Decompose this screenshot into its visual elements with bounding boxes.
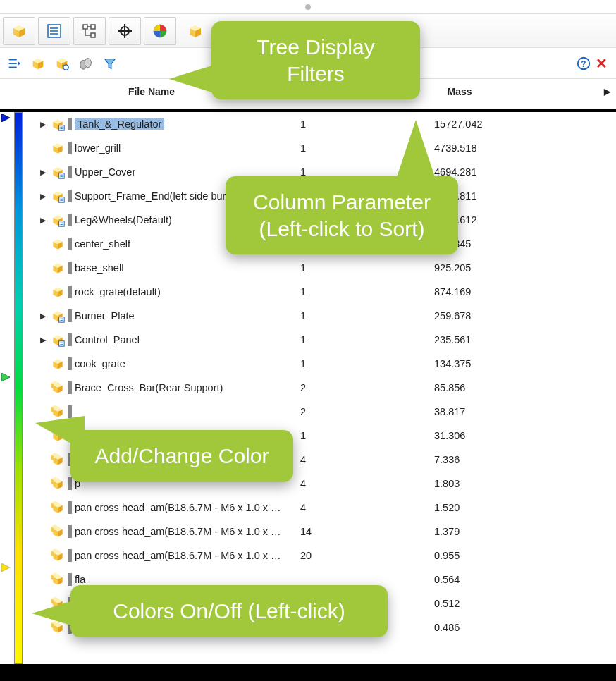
svg-rect-4 (83, 25, 87, 29)
row-mass: 85.856 (350, 382, 616, 393)
expand-icon[interactable]: ▶ (38, 120, 48, 129)
filter-indent-button[interactable] (3, 52, 25, 75)
row-mass: 7.336 (350, 454, 616, 465)
assembly-icon (48, 117, 68, 131)
row-count: 20 (286, 550, 350, 561)
close-icon[interactable]: ✕ (596, 55, 608, 72)
toolbar-target-button[interactable] (109, 17, 141, 45)
row-mass: 0.564 (350, 574, 616, 585)
filter-funnel-button[interactable] (99, 52, 121, 75)
callout-tree-filters-text: Tree Display Filters (257, 35, 374, 85)
part-icon (48, 261, 68, 275)
color-marker-bottom[interactable] (1, 563, 13, 572)
table-row[interactable]: pan cross head_am(B18.6.7M - M6 x 1.0 x … (24, 496, 616, 520)
svg-rect-34 (59, 317, 65, 323)
svg-text:?: ? (581, 59, 586, 68)
row-mass: 15727.042 (350, 118, 616, 130)
table-row[interactable]: ▶Burner_Plate1259.678 (24, 304, 616, 328)
table-row[interactable]: ▶Tank_&_Regulator115727.042 (24, 112, 616, 136)
row-mass: 0.512 (350, 598, 616, 609)
row-mass: 925.205 (350, 262, 616, 274)
color-tick-icon (68, 286, 72, 298)
help-icon[interactable]: ? (576, 56, 591, 71)
row-count: 4 (286, 502, 350, 513)
callout-column-sort-text: Column Parameter (Left-click to Sort) (253, 190, 431, 240)
toolbar-assembly-button[interactable] (3, 17, 35, 45)
toolbar-list-button[interactable] (38, 17, 70, 45)
table-row[interactable]: ▶Control_Panel1235.561 (24, 328, 616, 352)
table-row[interactable]: Brace_Cross_Bar(Rear Support)285.856 (24, 376, 616, 400)
svg-marker-21 (1, 563, 10, 572)
table-row[interactable]: rock_grate(default)1874.169 (24, 280, 616, 304)
assembly-icon (48, 189, 68, 203)
color-marker-top[interactable] (1, 114, 13, 122)
expand-icon[interactable]: ▶ (38, 336, 48, 345)
expand-icon[interactable]: ▶ (38, 216, 48, 225)
row-mass: 31.306 (350, 430, 616, 441)
assembly-icon (48, 309, 68, 323)
color-tick-icon (68, 549, 72, 562)
expand-icon[interactable]: ▶ (38, 168, 48, 177)
callout-colors-toggle: Colors On/Off (Left-click) (70, 585, 388, 637)
filter-part-button[interactable] (51, 52, 73, 75)
row-count: 14 (286, 526, 350, 537)
color-tick-icon (68, 214, 72, 226)
filter-assembly-button[interactable] (27, 52, 49, 75)
row-filename: fla (75, 574, 286, 585)
row-count: 1 (286, 118, 350, 130)
svg-rect-22 (59, 125, 65, 131)
table-row[interactable]: pan cross head_am(B18.6.7M - M6 x 1.0 x … (24, 544, 616, 568)
column-next-icon[interactable]: ▶ (604, 87, 610, 97)
color-marker-mid[interactable] (1, 373, 13, 381)
table-row[interactable]: pan cross head_am(B18.6.7M - M6 x 1.0 x … (24, 520, 616, 544)
part-icon (48, 381, 68, 395)
color-tick-icon (68, 118, 72, 130)
row-filename: base_shelf (75, 262, 286, 274)
row-filename: Brace_Cross_Bar(Rear Support) (75, 382, 286, 393)
svg-rect-25 (59, 173, 65, 179)
row-filename: pan cross head_am(B18.6.7M - M6 x 1.0 x … (75, 502, 286, 513)
svg-point-16 (85, 58, 91, 67)
expand-icon[interactable]: ▶ (38, 312, 48, 321)
svg-point-14 (63, 64, 68, 69)
row-filename: Control_Panel (75, 334, 286, 345)
row-mass: 1.803 (350, 478, 616, 489)
part-icon (48, 524, 68, 539)
color-tick-icon (68, 190, 72, 202)
color-gradient-strip[interactable] (0, 112, 24, 664)
row-count: 4 (286, 478, 350, 489)
part-icon (48, 548, 68, 563)
toolbar-assembly-extra-button[interactable] (179, 17, 211, 45)
filter-bodies-button[interactable] (75, 52, 97, 75)
part-icon (48, 141, 68, 155)
row-filename: pan cross head_am(B18.6.7M - M6 x 1.0 x … (75, 550, 286, 561)
color-tick-icon (68, 238, 72, 250)
toolbar-appearance-button[interactable] (144, 17, 176, 45)
color-tick-icon (68, 142, 72, 154)
color-tick-icon (68, 525, 72, 538)
table-row[interactable]: base_shelf1925.205 (24, 256, 616, 280)
panel-grip[interactable] (0, 0, 616, 14)
table-row[interactable]: 238.817 (24, 400, 616, 424)
part-icon (48, 572, 68, 587)
callout-add-color-text: Add/Change Color (95, 444, 269, 467)
row-mass: 235.561 (350, 334, 616, 345)
row-count: 4 (286, 454, 350, 465)
row-filename: rock_grate(default) (75, 286, 286, 297)
row-count: 1 (286, 310, 350, 321)
color-tick-icon (68, 381, 72, 394)
table-row[interactable]: lower_grill14739.518 (24, 136, 616, 160)
svg-rect-6 (91, 33, 95, 37)
row-count: 2 (286, 382, 350, 393)
row-mass: 1.520 (350, 502, 616, 513)
part-icon (48, 501, 68, 515)
expand-icon[interactable]: ▶ (38, 192, 48, 201)
callout-tree-filters: Tree Display Filters (211, 21, 420, 99)
table-row[interactable]: cook_grate1134.375 (24, 352, 616, 376)
svg-rect-37 (59, 341, 65, 347)
assembly-icon (48, 165, 68, 179)
part-icon (48, 285, 68, 299)
callout-add-color: Add/Change Color (70, 430, 293, 482)
row-mass: 1.379 (350, 526, 616, 537)
toolbar-tree-button[interactable] (73, 17, 106, 45)
